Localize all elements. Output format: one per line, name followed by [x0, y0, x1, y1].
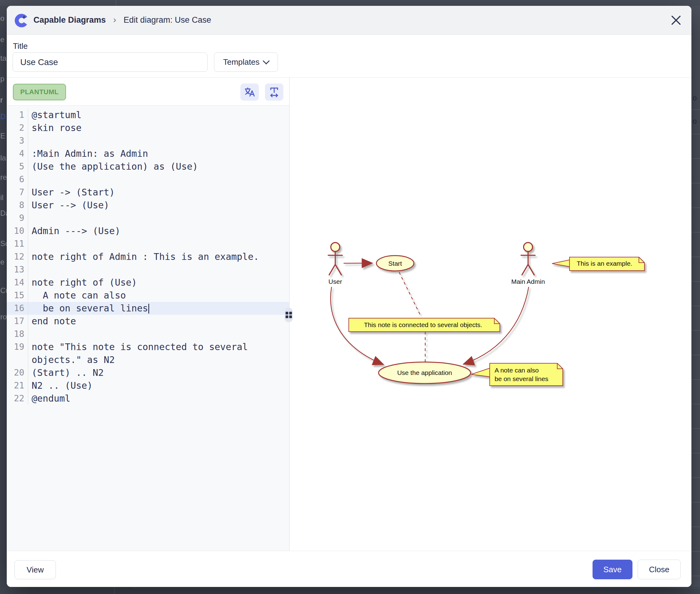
backdrop-divider — [114, 587, 115, 594]
code-line[interactable]: 14note right of (Use) — [7, 276, 289, 289]
view-button[interactable]: View — [14, 560, 56, 579]
actor-main-admin — [521, 243, 535, 275]
breadcrumb-app[interactable]: Capable Diagrams — [33, 15, 106, 25]
backdrop-text: D — [0, 112, 5, 121]
close-button[interactable]: Close — [638, 560, 681, 579]
code-editor[interactable]: 1@startuml2skin rose34:Main Admin: as Ad… — [7, 105, 289, 551]
code-text: end note — [28, 315, 289, 328]
line-number: 11 — [7, 237, 28, 251]
code-line[interactable]: 7User -> (Start) — [7, 186, 289, 199]
code-line[interactable]: 5(Use the application) as (Use) — [7, 160, 289, 173]
note-example-text: This is an example. — [577, 260, 632, 267]
line-number: 20 — [7, 366, 28, 379]
code-text: User -> (Start) — [28, 186, 289, 199]
backdrop-text: e — [0, 35, 4, 44]
code-line[interactable]: 19note "This note is connected to severa… — [7, 340, 289, 366]
dialog-header: Capable Diagrams › Edit diagram: Use Cas… — [7, 6, 691, 35]
code-text: be on several lines — [28, 302, 289, 315]
translate-button[interactable] — [241, 84, 259, 101]
code-text: skin rose — [28, 122, 289, 134]
actor-admin-label: Main Admin — [511, 278, 545, 285]
code-line[interactable]: 21N2 .. (Use) — [7, 379, 289, 392]
code-line[interactable]: 20(Start) .. N2 — [7, 366, 289, 379]
code-text: User --> (Use) — [28, 199, 289, 212]
code-line[interactable]: 15 A note can also — [7, 289, 289, 302]
close-dialog-button[interactable] — [670, 14, 682, 26]
breadcrumb-page-title: Edit diagram: Use Case — [124, 15, 211, 25]
capable-diagrams-logo — [14, 13, 29, 28]
line-number: 10 — [7, 225, 28, 237]
chevron-down-icon — [263, 57, 270, 64]
text-width-icon — [268, 86, 280, 98]
line-number: 2 — [7, 122, 28, 134]
backdrop-top — [0, 0, 700, 6]
code-line[interactable]: 22@enduml — [7, 392, 289, 405]
code-line[interactable]: 10Admin ---> (Use) — [7, 225, 289, 237]
code-line[interactable]: 13 — [7, 263, 289, 276]
note-multiline-text-2: be on several lines — [495, 375, 548, 382]
note-n2-text: This note is connected to several object… — [364, 321, 482, 328]
code-line[interactable]: 11 — [7, 237, 289, 251]
edit-diagram-dialog: Capable Diagrams › Edit diagram: Use Cas… — [7, 6, 691, 587]
code-text — [28, 212, 289, 225]
line-number: 14 — [7, 276, 28, 289]
resize-grip[interactable] — [285, 308, 293, 322]
code-line[interactable]: 8User --> (Use) — [7, 199, 289, 212]
line-number: 21 — [7, 379, 28, 392]
code-text: (Start) .. N2 — [28, 366, 289, 379]
line-number: 19 — [7, 340, 28, 366]
code-line[interactable]: 4:Main Admin: as Admin — [7, 147, 289, 160]
close-icon — [670, 14, 682, 26]
title-input[interactable] — [12, 53, 208, 72]
backdrop-text: il — [0, 193, 4, 202]
edge-user-start — [344, 263, 373, 264]
line-number: 17 — [7, 315, 28, 328]
code-line[interactable]: 17end note — [7, 315, 289, 328]
code-text: (Use the application) as (Use) — [28, 160, 289, 173]
code-text: note "This note is connected to several … — [28, 340, 289, 366]
code-line[interactable]: 1@startuml — [7, 109, 289, 122]
line-number: 5 — [7, 160, 28, 173]
code-editor-lines: 1@startuml2skin rose34:Main Admin: as Ad… — [7, 109, 289, 405]
line-number: 4 — [7, 147, 28, 160]
translate-icon — [244, 86, 255, 98]
code-line[interactable]: 9 — [7, 212, 289, 225]
save-button[interactable]: Save — [593, 560, 632, 579]
line-number: 18 — [7, 328, 28, 340]
note-multiline-text-1: A note can also — [495, 367, 539, 374]
backdrop-text: p — [0, 74, 4, 83]
backdrop-text: o — [693, 94, 697, 102]
code-text — [28, 263, 289, 276]
templates-button[interactable]: Templates — [214, 53, 278, 72]
code-text — [28, 328, 289, 340]
backdrop-text: la — [0, 154, 6, 162]
code-line[interactable]: 6 — [7, 173, 289, 186]
line-number: 7 — [7, 186, 28, 199]
backdrop-text: ta — [0, 54, 6, 63]
breadcrumb-chevron-icon: › — [113, 14, 116, 25]
dialog-footer: View Save Close — [7, 551, 691, 587]
code-text: note right of (Use) — [28, 276, 289, 289]
code-line[interactable]: 16 be on several lines — [7, 302, 289, 315]
backdrop-text: o — [693, 117, 697, 126]
actor-user — [328, 243, 342, 275]
diagram-preview: Start Use the application User Main Admi… — [289, 78, 691, 551]
line-number: 9 — [7, 212, 28, 225]
code-line[interactable]: 2skin rose — [7, 122, 289, 134]
backdrop-text: ro — [0, 312, 7, 321]
title-label: Title — [13, 41, 28, 51]
editor-toolbar: PLANTUML — [7, 78, 289, 105]
language-badge: PLANTUML — [13, 84, 66, 100]
line-number: 8 — [7, 199, 28, 212]
backdrop-divider — [132, 588, 700, 588]
backdrop-text: re — [0, 173, 7, 182]
code-line[interactable]: 18 — [7, 328, 289, 340]
line-number: 16 — [7, 302, 28, 315]
screen: oetaprDElareilDaSceCurooo Capable Diagra… — [0, 0, 700, 594]
code-line[interactable]: 3 — [7, 134, 289, 147]
backdrop-divider — [116, 0, 116, 6]
code-line[interactable]: 12note right of Admin : This is an examp… — [7, 251, 289, 263]
text-width-button[interactable] — [265, 84, 283, 101]
code-text: @enduml — [28, 392, 289, 405]
templates-button-label: Templates — [223, 57, 260, 67]
